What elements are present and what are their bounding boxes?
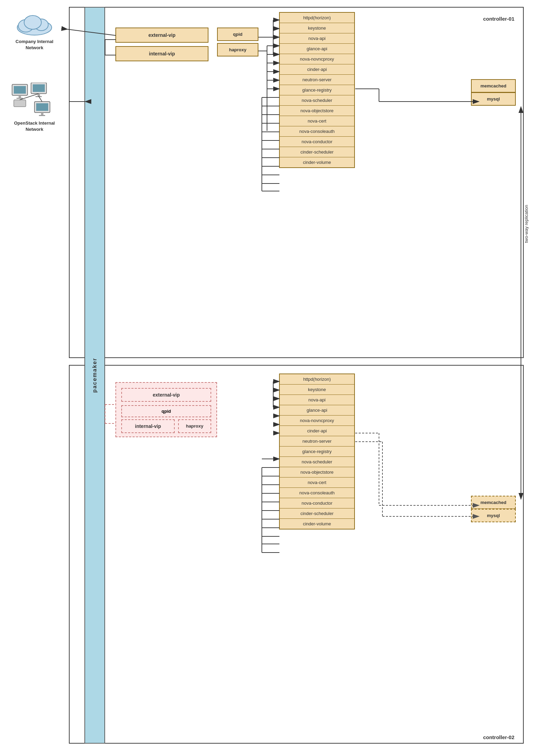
service-cinder-scheduler-01: cinder-scheduler — [280, 147, 354, 157]
service-neutron-server-02: neutron-server — [280, 436, 354, 447]
qpid-01: qpid — [217, 28, 258, 41]
svg-rect-14 — [36, 103, 48, 111]
services-list-01: httpd(horizon) keystone nova-api glance-… — [279, 12, 355, 168]
vip-container-01: external-vip internal-vip — [115, 28, 208, 61]
service-keystone-02: keystone — [280, 385, 354, 395]
openstack-network-label: OpenStack Internal Network — [7, 120, 62, 133]
mysql-02: mysql — [471, 509, 516, 522]
service-nova-consoleauth-02: nova-consoleauth — [280, 488, 354, 498]
service-nova-api-02: nova-api — [280, 395, 354, 405]
external-vip-01: external-vip — [115, 28, 208, 43]
services-group-02: httpd(horizon) keystone nova-api glance-… — [279, 374, 355, 529]
controller-01-label: controller-01 — [483, 16, 514, 22]
replication-label: two-way replication — [524, 205, 529, 243]
haproxy-02: haproxy — [178, 419, 211, 433]
svg-rect-16 — [39, 115, 45, 116]
service-cinder-api-01: cinder-api — [280, 64, 354, 75]
service-httpd-01: httpd(horizon) — [280, 13, 354, 23]
svg-rect-6 — [19, 95, 21, 98]
controller-02-label: controller-02 — [483, 734, 514, 740]
service-nova-scheduler-02: nova-scheduler — [280, 457, 354, 467]
service-nova-novncproxy-01: nova-novncproxy — [280, 54, 354, 64]
service-cinder-api-02: cinder-api — [280, 426, 354, 436]
services-list-02: httpd(horizon) keystone nova-api glance-… — [279, 374, 355, 529]
external-vip-02: external-vip — [121, 388, 211, 402]
service-neutron-server-01: neutron-server — [280, 75, 354, 85]
cloud-network: Company Internal Network — [7, 10, 62, 51]
internal-vip-02: internal-vip — [121, 419, 175, 433]
services-group-01: httpd(horizon) keystone nova-api glance-… — [279, 12, 355, 168]
qh-container-01: qpid haproxy — [217, 28, 258, 59]
memcached-01: memcached — [471, 79, 516, 92]
svg-rect-15 — [41, 113, 43, 115]
pacemaker-bar: pacemaker — [84, 7, 105, 744]
service-cinder-volume-02: cinder-volume — [280, 519, 354, 529]
svg-point-3 — [24, 15, 41, 29]
service-cinder-scheduler-02: cinder-scheduler — [280, 508, 354, 519]
service-nova-consoleauth-01: nova-consoleauth — [280, 126, 354, 137]
cloud-icon — [14, 10, 55, 36]
main-diagram: Company Internal Network OpenStack I — [0, 0, 533, 756]
service-glance-registry-01: glance-registry — [280, 85, 354, 95]
qpid-02: qpid — [121, 405, 211, 417]
mysql-01: mysql — [471, 92, 516, 106]
service-httpd-02: httpd(horizon) — [280, 374, 354, 385]
service-cinder-volume-01: cinder-volume — [280, 157, 354, 167]
internal-vip-01: internal-vip — [115, 46, 208, 61]
service-glance-api-01: glance-api — [280, 44, 354, 54]
service-nova-conductor-01: nova-conductor — [280, 137, 354, 147]
replication-container: two-way replication — [524, 69, 529, 379]
service-nova-cert-01: nova-cert — [280, 116, 354, 126]
svg-rect-8 — [14, 100, 26, 107]
company-network-label: Company Internal Network — [7, 39, 62, 51]
service-nova-scheduler-01: nova-scheduler — [280, 95, 354, 106]
openstack-network: OpenStack Internal Network — [7, 83, 62, 133]
service-nova-cert-02: nova-cert — [280, 477, 354, 488]
pacemaker-label: pacemaker — [92, 358, 98, 393]
service-nova-api-01: nova-api — [280, 33, 354, 44]
service-keystone-01: keystone — [280, 23, 354, 33]
service-nova-objectstore-01: nova-objectstore — [280, 106, 354, 116]
memcached-02: memcached — [471, 496, 516, 509]
svg-rect-7 — [17, 98, 23, 99]
svg-rect-10 — [33, 84, 45, 92]
service-glance-api-02: glance-api — [280, 405, 354, 416]
computers-icon — [10, 83, 59, 117]
db-box-01: memcached mysql — [471, 79, 516, 106]
db-box-02: memcached mysql — [471, 496, 516, 522]
vip-container-02: external-vip qpid internal-vip haproxy — [115, 382, 217, 437]
service-nova-objectstore-02: nova-objectstore — [280, 467, 354, 477]
haproxy-01: haproxy — [217, 43, 258, 56]
svg-rect-5 — [14, 86, 26, 94]
service-nova-novncproxy-02: nova-novncproxy — [280, 416, 354, 426]
service-glance-registry-02: glance-registry — [280, 447, 354, 457]
service-nova-conductor-02: nova-conductor — [280, 498, 354, 508]
